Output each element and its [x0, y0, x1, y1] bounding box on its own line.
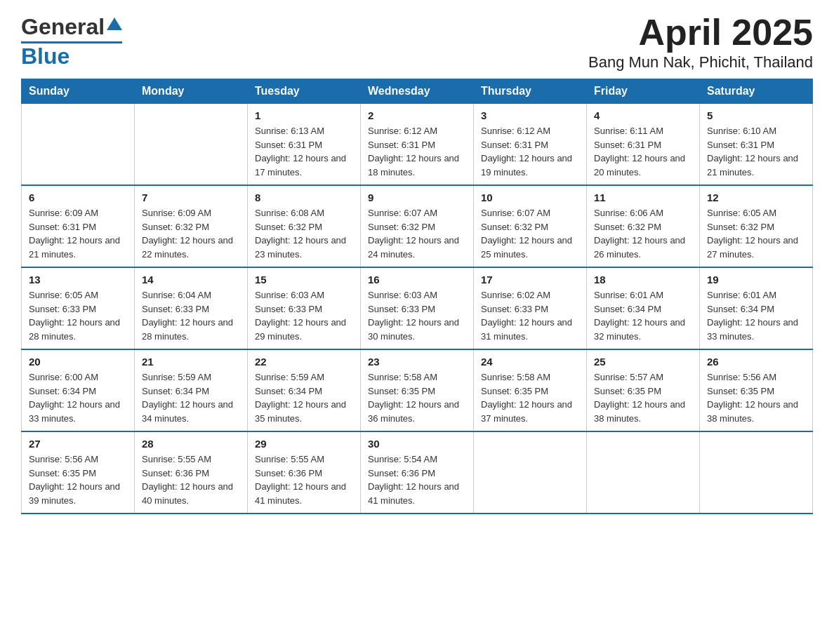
- sunrise-text: Sunrise: 5:56 AM: [707, 370, 805, 384]
- sunset-text: Sunset: 6:34 PM: [142, 384, 240, 398]
- sunset-text: Sunset: 6:31 PM: [255, 138, 353, 152]
- day-info: Sunrise: 6:07 AMSunset: 6:32 PMDaylight:…: [368, 206, 466, 261]
- sunrise-text: Sunrise: 6:03 AM: [368, 288, 466, 302]
- calendar-cell: 5Sunrise: 6:10 AMSunset: 6:31 PMDaylight…: [700, 104, 813, 186]
- calendar-cell: 14Sunrise: 6:04 AMSunset: 6:33 PMDayligh…: [135, 267, 248, 349]
- daylight-text: Daylight: 12 hours and 23 minutes.: [255, 234, 353, 261]
- calendar-cell: 12Sunrise: 6:05 AMSunset: 6:32 PMDayligh…: [700, 185, 813, 267]
- calendar-cell: 23Sunrise: 5:58 AMSunset: 6:35 PMDayligh…: [361, 349, 474, 431]
- daylight-text: Daylight: 12 hours and 22 minutes.: [142, 234, 240, 261]
- sunrise-text: Sunrise: 6:13 AM: [255, 124, 353, 138]
- daylight-text: Daylight: 12 hours and 19 minutes.: [481, 152, 579, 179]
- day-info: Sunrise: 5:55 AMSunset: 6:36 PMDaylight:…: [142, 452, 240, 507]
- calendar-cell: 16Sunrise: 6:03 AMSunset: 6:33 PMDayligh…: [361, 267, 474, 349]
- sunset-text: Sunset: 6:31 PM: [481, 138, 579, 152]
- logo: General Blue: [21, 14, 122, 69]
- day-number: 28: [142, 438, 240, 450]
- sunrise-text: Sunrise: 6:06 AM: [594, 206, 692, 220]
- day-number: 13: [29, 274, 127, 286]
- calendar-week-4: 20Sunrise: 6:00 AMSunset: 6:34 PMDayligh…: [22, 349, 813, 431]
- daylight-text: Daylight: 12 hours and 18 minutes.: [368, 152, 466, 179]
- day-info: Sunrise: 6:01 AMSunset: 6:34 PMDaylight:…: [594, 288, 692, 343]
- daylight-text: Daylight: 12 hours and 34 minutes.: [142, 398, 240, 425]
- calendar-cell: 6Sunrise: 6:09 AMSunset: 6:31 PMDaylight…: [22, 185, 135, 267]
- svg-marker-0: [107, 18, 122, 30]
- sunrise-text: Sunrise: 6:01 AM: [594, 288, 692, 302]
- calendar-header-thursday: Thursday: [474, 79, 587, 104]
- sunrise-text: Sunrise: 5:57 AM: [594, 370, 692, 384]
- daylight-text: Daylight: 12 hours and 28 minutes.: [142, 316, 240, 343]
- calendar-header-friday: Friday: [587, 79, 700, 104]
- day-info: Sunrise: 6:12 AMSunset: 6:31 PMDaylight:…: [481, 124, 579, 179]
- calendar-cell: 25Sunrise: 5:57 AMSunset: 6:35 PMDayligh…: [587, 349, 700, 431]
- calendar-cell: 26Sunrise: 5:56 AMSunset: 6:35 PMDayligh…: [700, 349, 813, 431]
- daylight-text: Daylight: 12 hours and 38 minutes.: [707, 398, 805, 425]
- sunset-text: Sunset: 6:36 PM: [255, 467, 353, 481]
- calendar-header-monday: Monday: [135, 79, 248, 104]
- daylight-text: Daylight: 12 hours and 32 minutes.: [594, 316, 692, 343]
- sunrise-text: Sunrise: 5:54 AM: [368, 452, 466, 467]
- daylight-text: Daylight: 12 hours and 33 minutes.: [29, 398, 127, 425]
- sunset-text: Sunset: 6:31 PM: [29, 220, 127, 234]
- day-number: 6: [29, 192, 127, 203]
- sunrise-text: Sunrise: 6:10 AM: [707, 124, 805, 138]
- calendar-cell: 19Sunrise: 6:01 AMSunset: 6:34 PMDayligh…: [700, 267, 813, 349]
- day-info: Sunrise: 6:12 AMSunset: 6:31 PMDaylight:…: [368, 124, 466, 179]
- daylight-text: Daylight: 12 hours and 41 minutes.: [255, 480, 353, 507]
- sunrise-text: Sunrise: 6:03 AM: [255, 288, 353, 302]
- sunset-text: Sunset: 6:33 PM: [481, 302, 579, 316]
- day-number: 30: [368, 438, 466, 450]
- day-number: 23: [368, 356, 466, 368]
- calendar-cell: 9Sunrise: 6:07 AMSunset: 6:32 PMDaylight…: [361, 185, 474, 267]
- sunset-text: Sunset: 6:33 PM: [255, 302, 353, 316]
- calendar-cell: 7Sunrise: 6:09 AMSunset: 6:32 PMDaylight…: [135, 185, 248, 267]
- sunset-text: Sunset: 6:36 PM: [142, 467, 240, 481]
- sunset-text: Sunset: 6:34 PM: [29, 384, 127, 398]
- sunrise-text: Sunrise: 5:59 AM: [255, 370, 353, 384]
- day-number: 7: [142, 192, 240, 203]
- calendar-cell: 1Sunrise: 6:13 AMSunset: 6:31 PMDaylight…: [248, 104, 361, 186]
- daylight-text: Daylight: 12 hours and 21 minutes.: [29, 234, 127, 261]
- day-info: Sunrise: 6:01 AMSunset: 6:34 PMDaylight:…: [707, 288, 805, 343]
- sunrise-text: Sunrise: 6:01 AM: [707, 288, 805, 302]
- day-info: Sunrise: 5:57 AMSunset: 6:35 PMDaylight:…: [594, 370, 692, 425]
- sunset-text: Sunset: 6:32 PM: [142, 220, 240, 234]
- sunrise-text: Sunrise: 6:09 AM: [142, 206, 240, 220]
- day-number: 29: [255, 438, 353, 450]
- day-info: Sunrise: 6:13 AMSunset: 6:31 PMDaylight:…: [255, 124, 353, 179]
- day-number: 18: [594, 274, 692, 286]
- calendar-cell: 10Sunrise: 6:07 AMSunset: 6:32 PMDayligh…: [474, 185, 587, 267]
- sunset-text: Sunset: 6:33 PM: [29, 302, 127, 316]
- day-number: 1: [255, 109, 353, 121]
- calendar-cell: 21Sunrise: 5:59 AMSunset: 6:34 PMDayligh…: [135, 349, 248, 431]
- day-info: Sunrise: 6:05 AMSunset: 6:32 PMDaylight:…: [707, 206, 805, 261]
- day-number: 12: [707, 192, 805, 203]
- day-info: Sunrise: 5:59 AMSunset: 6:34 PMDaylight:…: [255, 370, 353, 425]
- sunset-text: Sunset: 6:31 PM: [707, 138, 805, 152]
- sunset-text: Sunset: 6:34 PM: [255, 384, 353, 398]
- day-number: 27: [29, 438, 127, 450]
- calendar-header-tuesday: Tuesday: [248, 79, 361, 104]
- calendar-week-2: 6Sunrise: 6:09 AMSunset: 6:31 PMDaylight…: [22, 185, 813, 267]
- logo-blue: Blue: [21, 43, 70, 69]
- title-block: April 2025 Bang Mun Nak, Phichit, Thaila…: [588, 14, 813, 72]
- sunrise-text: Sunrise: 6:07 AM: [368, 206, 466, 220]
- sunrise-text: Sunrise: 6:09 AM: [29, 206, 127, 220]
- sunset-text: Sunset: 6:35 PM: [481, 384, 579, 398]
- day-info: Sunrise: 6:04 AMSunset: 6:33 PMDaylight:…: [142, 288, 240, 343]
- calendar-cell: [700, 431, 813, 514]
- sunset-text: Sunset: 6:34 PM: [594, 302, 692, 316]
- day-number: 21: [142, 356, 240, 368]
- calendar-cell: [22, 104, 135, 186]
- calendar-cell: 18Sunrise: 6:01 AMSunset: 6:34 PMDayligh…: [587, 267, 700, 349]
- day-info: Sunrise: 6:08 AMSunset: 6:32 PMDaylight:…: [255, 206, 353, 261]
- sunrise-text: Sunrise: 5:59 AM: [142, 370, 240, 384]
- daylight-text: Daylight: 12 hours and 26 minutes.: [594, 234, 692, 261]
- day-number: 14: [142, 274, 240, 286]
- sunrise-text: Sunrise: 6:05 AM: [29, 288, 127, 302]
- calendar-cell: 22Sunrise: 5:59 AMSunset: 6:34 PMDayligh…: [248, 349, 361, 431]
- sunset-text: Sunset: 6:33 PM: [142, 302, 240, 316]
- sunrise-text: Sunrise: 6:00 AM: [29, 370, 127, 384]
- calendar-header-row: SundayMondayTuesdayWednesdayThursdayFrid…: [22, 79, 813, 104]
- day-number: 26: [707, 356, 805, 368]
